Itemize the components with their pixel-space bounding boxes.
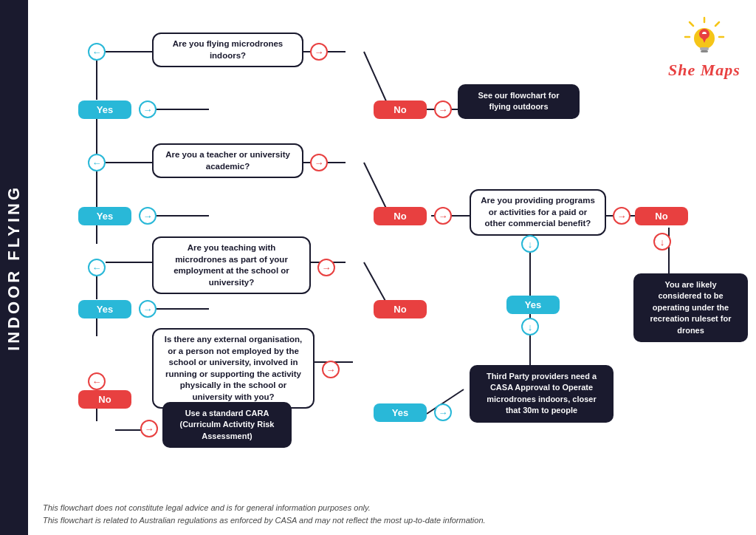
- no-btn-2: No: [374, 207, 427, 225]
- yes-btn-3: Yes: [78, 300, 131, 318]
- left-sidebar: INDOOR FLYING: [0, 0, 28, 535]
- sidebar-label: INDOOR FLYING: [4, 185, 24, 351]
- question-3: Are you teaching with microdrones as par…: [152, 236, 311, 294]
- arrow-right-q1: →: [310, 43, 328, 61]
- arrow-right-no4: →: [140, 420, 158, 437]
- question-2: Are you a teacher or university academic…: [152, 143, 303, 178]
- arrow-left-no4: ←: [88, 372, 106, 390]
- svg-line-2: [715, 22, 719, 26]
- arrow-right-q4: →: [322, 361, 340, 378]
- arrow-right-q2: →: [310, 154, 328, 171]
- no-btn-4: No: [78, 390, 131, 409]
- svg-rect-9: [700, 47, 709, 50]
- arrow-down-no5: ↓: [653, 233, 671, 251]
- arrow-left-q1: ←: [88, 43, 106, 61]
- svg-rect-10: [701, 50, 708, 52]
- terminal-2: Use a standard CARA (Curriculm Activtity…: [162, 402, 292, 448]
- logo-text: She Maps: [668, 61, 740, 80]
- yes-btn-4: Yes: [374, 403, 427, 422]
- terminal-1: See our flowchart for flying outdoors: [458, 84, 580, 119]
- yes-btn-5: Yes: [506, 296, 560, 314]
- arrow-down-q5-yes: ↓: [521, 235, 539, 253]
- arrow-right-q5: →: [613, 207, 630, 225]
- question-4: Is there any external organisation, or a…: [152, 328, 315, 409]
- arrow-right-yes3: →: [139, 300, 157, 318]
- terminal-4: You are likely considered to be operatin…: [633, 273, 748, 342]
- flowchart-connections: [28, 0, 670, 510]
- question-1: Are you flying microdrones indoors?: [152, 33, 303, 67]
- footer: This flowchart does not constitute legal…: [43, 502, 741, 526]
- arrow-left-q3: ←: [88, 259, 106, 276]
- no-btn-1: No: [374, 100, 427, 119]
- svg-line-1: [690, 22, 693, 26]
- footer-line1: This flowchart does not constitute legal…: [43, 502, 741, 514]
- arrow-right-yes1: →: [139, 100, 157, 118]
- terminal-3: Third Party providers need a CASA Approv…: [470, 365, 614, 423]
- yes-btn-1: Yes: [78, 100, 131, 119]
- arrow-left-q2: ←: [88, 154, 106, 171]
- arrow-right-no2: →: [434, 207, 452, 225]
- arrow-down-yes5: ↓: [521, 318, 539, 335]
- no-btn-3: No: [374, 300, 427, 318]
- footer-line2: This flowchart is related to Australian …: [43, 514, 741, 527]
- question-5: Are you providing programs or activities…: [470, 189, 606, 236]
- arrow-right-yes4: →: [434, 403, 452, 421]
- arrow-right-no1: →: [434, 100, 452, 118]
- arrow-right-q3: →: [317, 259, 335, 276]
- main-content: She Maps: [28, 0, 756, 535]
- yes-btn-2: Yes: [78, 207, 131, 225]
- logo-icon: [682, 15, 726, 59]
- no-btn-5: No: [635, 207, 688, 225]
- arrow-right-yes2: →: [139, 207, 157, 225]
- logo: She Maps: [667, 15, 741, 81]
